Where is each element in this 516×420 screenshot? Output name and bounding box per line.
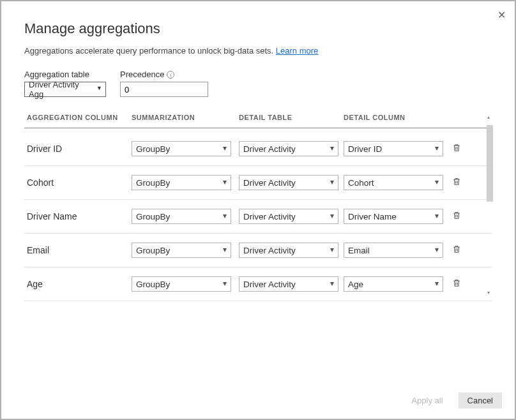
precedence-label: Precedence i	[120, 70, 208, 79]
detail-table-value: Driver Activity	[243, 246, 296, 255]
detail-table-select[interactable]: Driver Activity	[239, 276, 338, 292]
dialog-title: Manage aggregations	[24, 20, 492, 37]
summarization-select[interactable]: GroupBy	[132, 276, 231, 292]
aggregation-table-select[interactable]: Driver Activity Agg	[24, 82, 106, 97]
intro-prefix: Aggregations accelerate query performanc…	[24, 46, 276, 56]
detail-column-value: Driver Name	[348, 212, 397, 221]
precedence-input[interactable]	[120, 82, 208, 97]
detail-column-select[interactable]: Driver ID	[344, 141, 443, 156]
table-row: Driver IDGroupByDriver ActivityDriver ID	[24, 132, 492, 166]
trash-icon	[452, 244, 461, 257]
delete-row-button[interactable]	[448, 278, 465, 290]
summarization-select[interactable]: GroupBy	[132, 243, 231, 258]
scroll-down-icon[interactable]: ▾	[487, 290, 492, 295]
info-icon[interactable]: i	[167, 71, 174, 79]
trash-icon	[452, 177, 461, 189]
delete-row-button[interactable]	[448, 177, 465, 189]
close-button[interactable]: ✕	[497, 9, 506, 21]
cell-aggregation-column: Driver ID	[27, 144, 132, 154]
header-aggregation-column: AGGREGATION COLUMN	[27, 114, 132, 121]
apply-all-button[interactable]: Apply all	[402, 393, 452, 409]
detail-table-value: Driver Activity	[243, 178, 296, 188]
scrollbar-thumb[interactable]	[487, 125, 493, 202]
summarization-value: GroupBy	[136, 144, 170, 154]
summarization-value: GroupBy	[136, 212, 170, 221]
cell-aggregation-column: Email	[27, 245, 132, 255]
detail-column-select[interactable]: Age	[344, 276, 443, 292]
intro-text: Aggregations accelerate query performanc…	[24, 46, 492, 56]
dialog-content: Manage aggregations Aggregations acceler…	[1, 1, 515, 301]
close-icon: ✕	[497, 10, 506, 20]
scroll-up-icon[interactable]: ▴	[487, 114, 492, 119]
dialog-footer: Apply all Cancel	[402, 393, 502, 409]
trash-icon	[452, 143, 461, 155]
detail-table-value: Driver Activity	[243, 144, 296, 154]
detail-column-value: Cohort	[348, 178, 374, 188]
detail-table-select[interactable]: Driver Activity	[239, 141, 338, 156]
delete-row-button[interactable]	[448, 143, 465, 155]
summarization-value: GroupBy	[136, 178, 170, 188]
detail-column-value: Email	[348, 246, 370, 255]
aggregation-table-value: Driver Activity Agg	[29, 80, 93, 99]
detail-table-select[interactable]: Driver Activity	[239, 243, 338, 258]
summarization-select[interactable]: GroupBy	[132, 141, 231, 156]
summarization-value: GroupBy	[136, 280, 170, 289]
cancel-button[interactable]: Cancel	[459, 393, 502, 409]
detail-table-select[interactable]: Driver Activity	[239, 175, 338, 190]
detail-column-select[interactable]: Cohort	[344, 175, 443, 190]
detail-column-value: Age	[348, 280, 363, 289]
summarization-select[interactable]: GroupBy	[132, 175, 231, 190]
detail-column-select[interactable]: Driver Name	[344, 209, 443, 224]
detail-table-value: Driver Activity	[243, 212, 296, 221]
cell-aggregation-column: Cohort	[27, 177, 132, 188]
cell-aggregation-column: Age	[27, 279, 132, 289]
learn-more-link[interactable]: Learn more	[276, 46, 318, 56]
delete-row-button[interactable]	[448, 244, 465, 257]
form-row: Aggregation table Driver Activity Agg Pr…	[24, 70, 492, 97]
aggregation-table-label: Aggregation table	[24, 70, 106, 79]
summarization-value: GroupBy	[136, 246, 170, 255]
detail-column-select[interactable]: Email	[344, 243, 443, 258]
detail-table-value: Driver Activity	[243, 280, 296, 289]
header-detail-column: DETAIL COLUMN	[344, 114, 448, 121]
delete-row-button[interactable]	[448, 211, 465, 223]
summarization-select[interactable]: GroupBy	[132, 209, 231, 224]
precedence-group: Precedence i	[120, 70, 208, 97]
trash-icon	[452, 278, 461, 290]
detail-table-select[interactable]: Driver Activity	[239, 209, 338, 224]
aggregations-table: ▴ ▾ AGGREGATION COLUMN SUMMARIZATION DET…	[24, 111, 492, 301]
header-detail-table: DETAIL TABLE	[239, 114, 344, 121]
table-row: EmailGroupByDriver ActivityEmail	[24, 234, 492, 267]
detail-column-value: Driver ID	[348, 144, 382, 154]
aggregation-table-group: Aggregation table Driver Activity Agg	[24, 70, 106, 97]
table-row: Driver NameGroupByDriver ActivityDriver …	[24, 200, 492, 234]
header-summarization: SUMMARIZATION	[132, 114, 239, 121]
cell-aggregation-column: Driver Name	[27, 211, 132, 221]
table-body: Driver IDGroupByDriver ActivityDriver ID…	[24, 128, 492, 301]
table-header-row: AGGREGATION COLUMN SUMMARIZATION DETAIL …	[24, 111, 492, 128]
table-row: AgeGroupByDriver ActivityAge	[24, 267, 492, 301]
trash-icon	[452, 211, 461, 223]
table-row: CohortGroupByDriver ActivityCohort	[24, 166, 492, 200]
